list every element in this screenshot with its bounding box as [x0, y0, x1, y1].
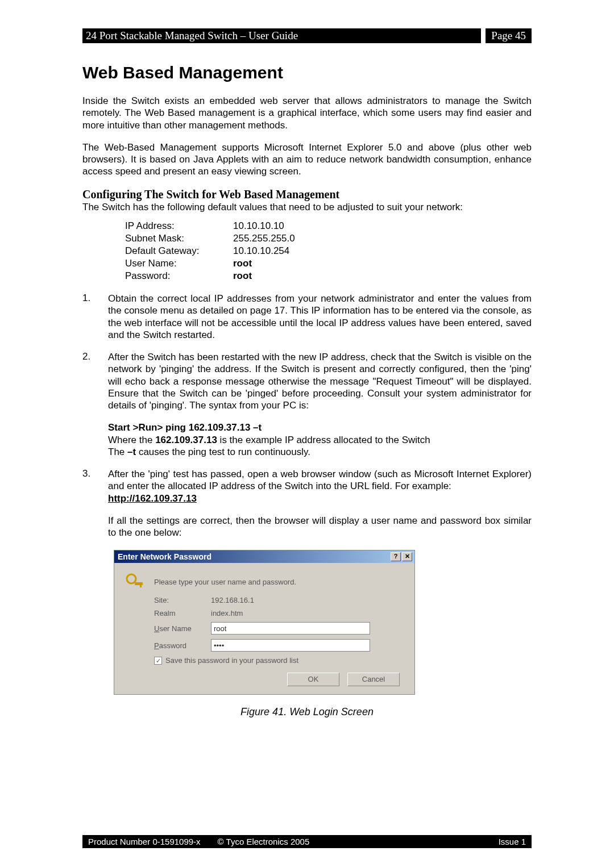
svg-rect-2: [140, 585, 142, 587]
login-dialog-screenshot: Enter Network Password ? ✕ Please type y…: [114, 550, 532, 695]
dialog-prompt: Please type your user name and password.: [154, 578, 296, 586]
config-row: IP Address: 10.10.10.10: [125, 220, 532, 232]
enter-network-password-dialog: Enter Network Password ? ✕ Please type y…: [114, 550, 415, 695]
dialog-body: Please type your user name and password.…: [114, 563, 414, 694]
dialog-button-row: OK Cancel: [125, 673, 404, 686]
section-heading: Configuring The Switch for Web Based Man…: [82, 188, 532, 201]
ping-where-post: is the example IP address allocated to t…: [217, 435, 430, 445]
site-label: Site:: [154, 596, 211, 604]
config-row: Default Gateway: 10.10.10.254: [125, 245, 532, 257]
site-value: 192.168.16.1: [211, 596, 254, 604]
config-label: Password:: [125, 270, 233, 282]
step-text: Obtain the correct local IP addresses fr…: [108, 293, 532, 341]
svg-point-0: [127, 574, 136, 583]
config-label: IP Address:: [125, 220, 233, 232]
config-defaults-table: IP Address: 10.10.10.10 Subnet Mask: 255…: [125, 220, 532, 282]
ping-the-post: causes the ping test to run continuously…: [136, 446, 310, 457]
ping-where: Where the 162.109.37.13 is the example I…: [108, 434, 532, 446]
dialog-titlebar: Enter Network Password ? ✕: [114, 550, 414, 563]
footer-copyright: © Tyco Electronics 2005: [218, 837, 310, 846]
step-3-followup: If all the settings are correct, then th…: [108, 515, 532, 539]
close-button[interactable]: ✕: [402, 552, 412, 561]
header-title: 24 Port Stackable Managed Switch – User …: [82, 28, 481, 43]
ping-command: Start >Run> ping 162.109.37.13 –t: [108, 422, 532, 433]
config-row: Subnet Mask: 255.255.255.0: [125, 232, 532, 245]
config-row: Password: root: [125, 270, 532, 282]
page-heading: Web Based Management: [82, 63, 532, 82]
config-label: Default Gateway:: [125, 245, 233, 257]
step-3-text: After the 'ping' test has passed, open a…: [108, 469, 532, 491]
config-value: root: [233, 257, 252, 270]
ping-command-block: Start >Run> ping 162.109.37.13 –t Where …: [108, 422, 532, 458]
header-bar: 24 Port Stackable Managed Switch – User …: [82, 28, 532, 43]
ping-flag-note: The –t causes the ping test to run conti…: [108, 446, 532, 458]
ok-button[interactable]: OK: [287, 673, 339, 686]
figure-caption: Figure 41. Web Login Screen: [82, 706, 532, 718]
password-input[interactable]: [211, 639, 370, 652]
step-3: 3. After the 'ping' test has passed, ope…: [82, 468, 532, 504]
config-value: 10.10.10.10: [233, 220, 284, 232]
ping-the-flag: –t: [127, 446, 136, 457]
footer-bar: Product Number 0-1591099-x © Tyco Electr…: [82, 835, 532, 848]
config-row: User Name: root: [125, 257, 532, 270]
switch-url-link[interactable]: http://162.109.37.13: [108, 493, 197, 504]
intro-paragraph-1: Inside the Switch exists an embedded web…: [82, 95, 532, 131]
config-label: User Name:: [125, 257, 233, 270]
ping-where-ip: 162.109.37.13: [155, 435, 217, 445]
step-1: 1. Obtain the correct local IP addresses…: [82, 293, 532, 341]
header-page: Page 45: [486, 28, 532, 43]
password-label: Password: [154, 641, 211, 650]
footer-issue: Issue 1: [499, 837, 526, 846]
config-value: root: [233, 270, 252, 282]
cancel-button[interactable]: Cancel: [347, 673, 400, 686]
config-value: 10.10.10.254: [233, 245, 289, 257]
save-password-row: ✓ Save this password in your password li…: [154, 656, 404, 665]
step-number: 3.: [82, 468, 108, 504]
username-label: User Name: [154, 624, 211, 633]
step-text: After the Switch has been restarted with…: [108, 351, 532, 411]
section-intro: The Switch has the following default val…: [82, 201, 532, 213]
step-2: 2. After the Switch has been restarted w…: [82, 351, 532, 411]
step-number: 1.: [82, 293, 108, 341]
config-value: 255.255.255.0: [233, 232, 295, 245]
step-text: After the 'ping' test has passed, open a…: [108, 468, 532, 504]
username-input[interactable]: [211, 622, 370, 635]
save-password-label: Save this password in your password list: [165, 656, 298, 665]
dialog-title: Enter Network Password: [118, 552, 211, 561]
realm-value: index.htm: [211, 609, 243, 617]
step-number: 2.: [82, 351, 108, 411]
config-label: Subnet Mask:: [125, 232, 233, 245]
ping-the-pre: The: [108, 446, 127, 457]
intro-paragraph-2: The Web-Based Management supports Micros…: [82, 141, 532, 178]
realm-label: Realm: [154, 609, 211, 617]
save-password-checkbox[interactable]: ✓: [154, 657, 162, 665]
footer-product: Product Number 0-1591099-x: [88, 837, 201, 846]
keyring-icon: [125, 572, 144, 591]
help-button[interactable]: ?: [391, 552, 401, 561]
ping-where-pre: Where the: [108, 435, 155, 445]
